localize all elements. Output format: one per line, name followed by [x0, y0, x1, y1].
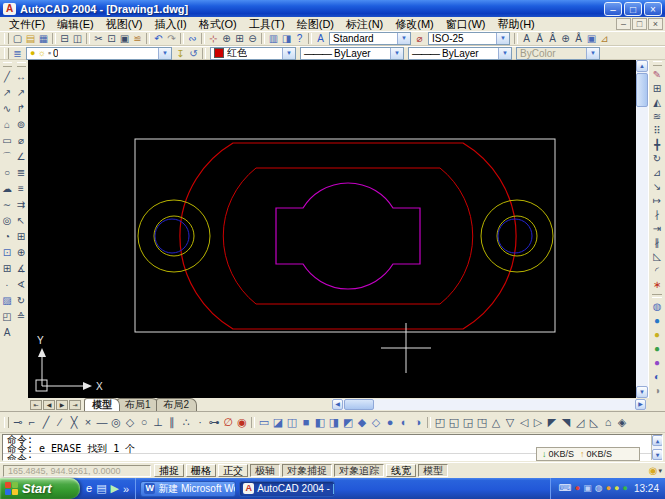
- rectangle-icon[interactable]: ▭: [1, 133, 14, 149]
- tray-icon-green-icon[interactable]: ●: [623, 478, 628, 499]
- model-space-toggle[interactable]: 模型: [418, 464, 448, 477]
- hidden-shade-icon[interactable]: ◫: [285, 414, 299, 430]
- circle-icon[interactable]: ○: [1, 165, 14, 181]
- zoom-window-icon[interactable]: ⊞: [233, 32, 246, 45]
- revision-cloud-icon[interactable]: ☁: [1, 181, 14, 197]
- quick-launch-overflow-icon[interactable]: »: [123, 483, 129, 495]
- snap-center-icon[interactable]: ◎: [109, 414, 123, 430]
- chamfer-icon[interactable]: ◺: [651, 250, 664, 264]
- orbit-zoom-icon[interactable]: ◇: [369, 414, 383, 430]
- snap-node-icon[interactable]: ·: [193, 414, 207, 430]
- array-icon[interactable]: ⠿: [651, 124, 664, 138]
- scroll-down-icon[interactable]: ▼: [636, 386, 648, 398]
- dimension-edit-icon[interactable]: ∡: [15, 261, 28, 277]
- scale-icon[interactable]: ⊿: [651, 166, 664, 180]
- coordinate-readout[interactable]: 165.4845, 944.9261, 0.0000: [3, 465, 151, 477]
- snap-apparent-intersection-icon[interactable]: ×: [81, 414, 95, 430]
- baseline-dimension-icon[interactable]: ≡: [15, 181, 28, 197]
- save-icon[interactable]: ▦: [37, 32, 50, 45]
- plot-icon[interactable]: ⊟: [58, 32, 71, 45]
- erase-icon[interactable]: ✎: [651, 68, 664, 82]
- aligned-dimension-icon[interactable]: ↗: [15, 85, 28, 101]
- trim-icon[interactable]: ∤: [651, 208, 664, 222]
- scroll-up-icon[interactable]: ▲: [636, 60, 648, 72]
- stretch-icon[interactable]: ↘: [651, 180, 664, 194]
- task-autocad[interactable]: AAutoCAD 2004 - [Dra...: [239, 481, 335, 497]
- snap-extension-icon[interactable]: —: [95, 414, 109, 430]
- horizontal-scrollbar[interactable]: ◀ ▶: [332, 399, 646, 410]
- toolbar-grip[interactable]: [4, 48, 9, 59]
- ordinate-dimension-icon[interactable]: ↱: [15, 101, 28, 117]
- 3d-wireframe-icon[interactable]: ◪: [271, 414, 285, 430]
- mdi-minimize-icon[interactable]: –: [616, 18, 631, 30]
- right-view-icon[interactable]: △: [489, 414, 503, 430]
- snap-nearest-icon[interactable]: ⊶: [207, 414, 221, 430]
- tray-icon-gray-icon[interactable]: ◍: [595, 478, 603, 499]
- input-language-icon[interactable]: ⌨: [559, 478, 572, 499]
- ortho-toggle[interactable]: 正交: [218, 464, 248, 477]
- new-icon[interactable]: ▢: [11, 32, 24, 45]
- text-zoom-icon[interactable]: ⊕: [559, 32, 572, 45]
- tray-icon-red-icon[interactable]: ●: [575, 478, 580, 499]
- menu-draw[interactable]: 绘图(D): [291, 17, 340, 32]
- grid-toggle[interactable]: 栅格: [186, 464, 216, 477]
- dimension-update-icon[interactable]: ↻: [15, 293, 28, 309]
- command-scrollbar[interactable]: ▲ ▼: [651, 435, 662, 460]
- color-combo[interactable]: 红色 ▼: [210, 47, 296, 60]
- region-icon[interactable]: ◰: [1, 309, 14, 325]
- spell-check-icon[interactable]: Å: [572, 32, 585, 45]
- copy-to-clipboard-icon[interactable]: ⊡: [105, 32, 118, 45]
- plot-preview-icon[interactable]: ◫: [71, 32, 84, 45]
- dimension-edit-text-icon[interactable]: ⊿: [598, 32, 611, 45]
- tray-icon-yellowgreen-icon[interactable]: ●: [614, 478, 619, 499]
- lengthen-icon[interactable]: ↦: [651, 194, 664, 208]
- ellipse-arc-icon[interactable]: ◔: [1, 229, 14, 245]
- media-player-icon[interactable]: ▶: [111, 482, 119, 495]
- dropdown-arrow-icon[interactable]: ▼: [496, 33, 509, 44]
- layer-combo[interactable]: ● ☼ ▪ 0 ▼: [26, 47, 172, 60]
- render-icon[interactable]: ●: [651, 314, 664, 328]
- arc-icon[interactable]: ⌒: [1, 149, 14, 165]
- paste-icon[interactable]: ▣: [118, 32, 131, 45]
- front-view-icon[interactable]: ▽: [503, 414, 517, 430]
- snap-from-icon[interactable]: ⌐: [25, 414, 39, 430]
- explode-icon[interactable]: ∗: [651, 278, 664, 292]
- snap-intersection-icon[interactable]: ╳: [67, 414, 81, 430]
- polar-toggle[interactable]: 极轴: [250, 464, 280, 477]
- menu-tools[interactable]: 工具(T): [243, 17, 291, 32]
- top-view-icon[interactable]: ◱: [447, 414, 461, 430]
- sw-isometric-icon[interactable]: ▷: [531, 414, 545, 430]
- toolbar-grip[interactable]: [653, 61, 662, 66]
- layer-previous-icon[interactable]: ↺: [187, 47, 200, 60]
- make-object-layer-current-icon[interactable]: ↧: [174, 47, 187, 60]
- gouraud-shaded-edges-icon[interactable]: ◩: [341, 414, 355, 430]
- zoom-realtime-icon[interactable]: ⊕: [220, 32, 233, 45]
- snap-perpendicular-icon[interactable]: ⊥: [151, 414, 165, 430]
- mirror-icon[interactable]: ◭: [651, 96, 664, 110]
- snap-quadrant-icon[interactable]: ◇: [123, 414, 137, 430]
- line-icon[interactable]: ╱: [1, 69, 14, 85]
- scroll-left-icon[interactable]: ◀: [332, 399, 343, 410]
- dropdown-arrow-icon[interactable]: ▼: [397, 33, 410, 44]
- background-icon[interactable]: ◐: [651, 370, 664, 384]
- dim-style-combo[interactable]: ISO-25 ▼: [428, 32, 510, 45]
- undo-icon[interactable]: ↶: [152, 32, 165, 45]
- vertical-scroll-thumb[interactable]: [636, 73, 648, 107]
- gouraud-shaded-icon[interactable]: ◧: [313, 414, 327, 430]
- menu-modify[interactable]: 修改(M): [389, 17, 440, 32]
- left-view-icon[interactable]: ◳: [475, 414, 489, 430]
- continue-dimension-icon[interactable]: ⇉: [15, 197, 28, 213]
- snap-endpoint-icon[interactable]: ╱: [39, 414, 53, 430]
- zoom-previous-icon[interactable]: ⊖: [246, 32, 259, 45]
- cut-icon[interactable]: ✂: [92, 32, 105, 45]
- toolbar-grip[interactable]: [4, 33, 9, 44]
- insert-block-icon[interactable]: ⊡: [1, 245, 14, 261]
- toolbar-grip[interactable]: [4, 417, 9, 428]
- text-frame-icon[interactable]: ▣: [585, 32, 598, 45]
- close-icon[interactable]: ×: [644, 2, 662, 16]
- ellipse-icon[interactable]: ◎: [1, 213, 14, 229]
- materials-icon[interactable]: ●: [651, 342, 664, 356]
- caret-down-icon[interactable]: ▾: [658, 467, 662, 475]
- extend-icon[interactable]: ⇥: [651, 222, 664, 236]
- menu-file[interactable]: 文件(F): [3, 17, 51, 32]
